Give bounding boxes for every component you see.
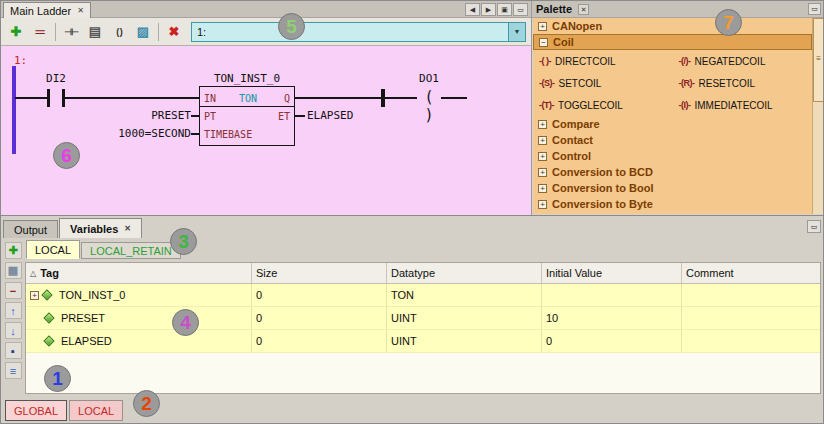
tag-diamond-icon (43, 335, 54, 346)
scroll-tabs-left-button[interactable]: ◀ (465, 3, 480, 16)
move-up-button[interactable]: ↑ (5, 302, 22, 319)
sort-list-button[interactable]: ≡ (5, 362, 22, 379)
expand-icon[interactable]: + (538, 152, 547, 161)
scope-tab-global[interactable]: GLOBAL (5, 400, 67, 421)
palette-group-label: Conversion to Bool (552, 182, 653, 194)
palette-scrollbar[interactable]: ≡ (812, 18, 824, 214)
remove-variable-button[interactable]: − (5, 282, 22, 299)
palette-group-coil[interactable]: −Coil (533, 34, 812, 50)
comment-cell (682, 307, 820, 329)
combo-dropdown-icon[interactable]: ▼ (508, 23, 525, 41)
insert-coil-button[interactable]: ( ) (108, 21, 130, 43)
wire-segment (15, 97, 47, 99)
column-header-initial-value[interactable]: Initial Value (542, 263, 682, 283)
variables-side-toolbar: ✚▦−↑↓▪≡ (3, 242, 23, 379)
column-header-size[interactable]: Size (252, 263, 387, 283)
stop-button[interactable]: ▪ (5, 342, 22, 359)
ton-function-block[interactable]: IN TON Q PT ET TIMEBASE (199, 86, 295, 146)
insert-branch-button[interactable]: ▨ (132, 21, 154, 43)
palette-item-togglecoil[interactable]: -(T)-TOGGLECOIL (533, 100, 673, 111)
bottom-tabbar: OutputVariables✕ (3, 218, 142, 238)
tag-cell: ELAPSED (26, 330, 252, 352)
directcoil-icon: -( )- (539, 56, 551, 66)
insert-rung-button[interactable]: ✚ (5, 21, 27, 43)
palette-group-label: Coil (553, 36, 574, 48)
add-variable-button[interactable]: ✚ (5, 242, 22, 259)
block-type-label: TON (226, 93, 270, 104)
expand-icon[interactable]: + (538, 120, 547, 129)
palette-item-setcoil[interactable]: -(S)-SETCOIL (533, 78, 673, 89)
power-rail (12, 66, 16, 154)
column-header-label: Tag (40, 267, 59, 279)
palette-group-conversion-to-bool[interactable]: +Conversion to Bool (533, 180, 812, 196)
insert-contact-button[interactable]: ⊣⊢ (60, 21, 82, 43)
palette-group-compare[interactable]: +Compare (533, 116, 812, 132)
palette-group-conversion-to-bcd[interactable]: +Conversion to BCD (533, 164, 812, 180)
edit-grid-button[interactable]: ▦ (5, 262, 22, 279)
toolbar-separator (55, 23, 56, 41)
float-panel-button[interactable]: ▣ (497, 3, 512, 16)
table-row-elapsed[interactable]: ELAPSED0UINT0 (26, 330, 820, 353)
palette-group-label: Compare (552, 118, 600, 130)
scope-tab-local[interactable]: LOCAL (69, 400, 123, 421)
expand-icon[interactable]: + (538, 168, 547, 177)
move-down-button[interactable]: ↓ (5, 322, 22, 339)
coil-symbol[interactable]: ( ) (417, 88, 441, 107)
table-row-preset[interactable]: PRESET0UINT10 (26, 307, 820, 330)
ladder-canvas[interactable]: 1: DI2 TON_INST_0 IN TON Q PT ET TIMEBAS… (1, 46, 531, 215)
column-header-label: Initial Value (546, 267, 602, 279)
palette-item-resetcoil[interactable]: -(R)-RESETCOIL (673, 78, 813, 89)
togglecoil-icon: -(T)- (539, 100, 554, 110)
wire-segment (295, 97, 417, 99)
tab-variables[interactable]: Variables✕ (59, 218, 142, 238)
delete-element-button[interactable]: ✖ (163, 21, 185, 43)
close-tab-icon[interactable]: ✕ (77, 6, 84, 15)
sort-ascending-icon: △ (30, 269, 36, 278)
ladder-window-buttons: ◀▶▣▭ (465, 3, 528, 16)
setcoil-icon: -(S)- (539, 78, 555, 88)
bottom-maximize-button[interactable]: ▭ (807, 220, 821, 233)
table-row-ton-inst-0[interactable]: +TON_INST_00TON (26, 284, 820, 307)
toolbar-separator (158, 23, 159, 41)
expand-icon[interactable]: + (538, 136, 547, 145)
palette-close-icon[interactable]: ✕ (578, 4, 589, 15)
size-cell: 0 (252, 307, 387, 329)
palette-group-contact[interactable]: +Contact (533, 132, 812, 148)
palette-item-label: IMMEDIATECOIL (695, 100, 773, 111)
tab-output[interactable]: Output (3, 220, 58, 238)
close-tab-icon[interactable]: ✕ (124, 224, 131, 233)
comment-cell (682, 284, 820, 306)
palette-group-control[interactable]: +Control (533, 148, 812, 164)
palette-maximize-button[interactable]: ▭ (808, 3, 821, 15)
insert-block-button[interactable]: ▤ (84, 21, 106, 43)
expand-icon[interactable]: + (30, 291, 39, 300)
collapse-icon[interactable]: − (539, 38, 548, 47)
expand-icon[interactable]: + (538, 22, 547, 31)
et-operand-label: ELAPSED (307, 110, 407, 121)
delete-rung-button[interactable]: ═ (29, 21, 51, 43)
rung-select-combo[interactable]: 1: ▼ (191, 22, 526, 42)
block-instance-name: TON_INST_0 (179, 73, 315, 84)
palette-group-canopen[interactable]: +CANopen (533, 18, 812, 34)
column-header-datatype[interactable]: Datatype (387, 263, 542, 283)
palette-item-negatedcoil[interactable]: -(/)-NEGATEDCOIL (673, 56, 813, 67)
palette-item-immediatecoil[interactable]: -(I)-IMMEDIATECOIL (673, 100, 813, 111)
column-header-tag[interactable]: △Tag (26, 263, 252, 283)
tab-main-ladder[interactable]: Main Ladder ✕ (3, 2, 91, 18)
annotation-circle-5: 5 (278, 13, 305, 40)
column-header-comment[interactable]: Comment (682, 263, 820, 283)
subtab-local-retain[interactable]: LOCAL_RETAIN (81, 242, 181, 259)
annotation-circle-6: 6 (53, 142, 80, 169)
scrollbar-thumb[interactable]: ≡ (813, 18, 824, 102)
palette-item-directcoil[interactable]: -( )-DIRECTCOIL (533, 56, 673, 67)
subtab-local[interactable]: LOCAL (26, 240, 80, 259)
expand-icon[interactable]: + (538, 184, 547, 193)
expand-icon[interactable]: + (538, 200, 547, 209)
scroll-tabs-right-button[interactable]: ▶ (481, 3, 496, 16)
palette-item-label: RESETCOIL (699, 78, 756, 89)
column-header-label: Datatype (391, 267, 435, 279)
pin-timebase-label: TIMEBASE (204, 129, 252, 140)
contact-symbol[interactable] (47, 89, 65, 107)
palette-group-conversion-to-byte[interactable]: +Conversion to Byte (533, 196, 812, 212)
maximize-panel-button[interactable]: ▭ (513, 3, 528, 16)
